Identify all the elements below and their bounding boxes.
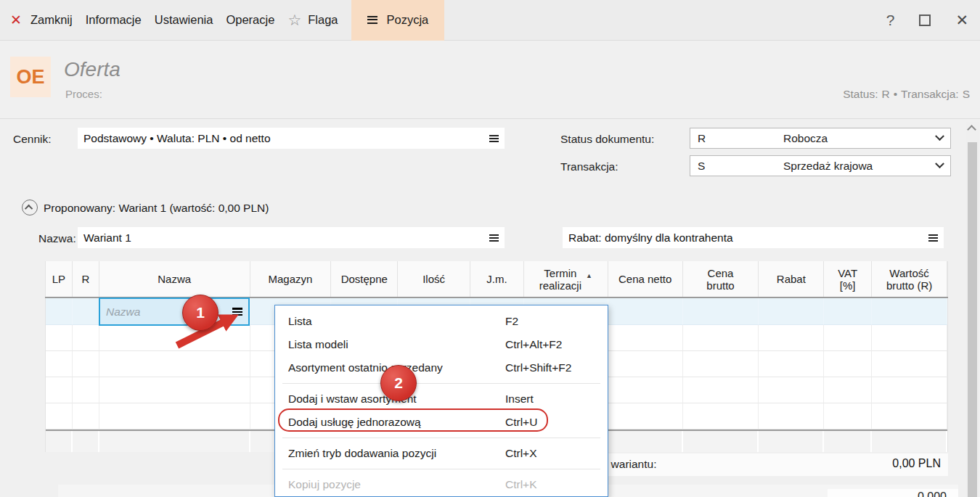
table-cell[interactable] — [608, 377, 683, 403]
menubar-item-operacje[interactable]: Operacje — [226, 0, 274, 41]
menu-lines-icon — [367, 16, 377, 24]
vertical-scrollbar[interactable] — [966, 122, 979, 497]
scrollbar-up-icon[interactable] — [967, 125, 976, 134]
table-cell[interactable] — [824, 377, 872, 403]
column-header[interactable]: Cena brutto — [683, 261, 759, 297]
menubar-item-flaga[interactable]: ☆ Flaga — [287, 0, 338, 41]
table-cell[interactable] — [683, 325, 759, 351]
column-header[interactable]: Dostępne — [331, 261, 398, 297]
table-cell[interactable] — [759, 377, 824, 403]
table-cell[interactable] — [46, 297, 73, 325]
table-cell[interactable] — [73, 325, 99, 351]
table-cell[interactable] — [872, 325, 947, 351]
chevron-down-icon — [935, 131, 944, 141]
menubar-item-label: Zamknij — [30, 13, 73, 27]
table-cell[interactable] — [824, 325, 872, 351]
transakcja-name: Sprzedaż krajowa — [783, 160, 873, 173]
table-cell[interactable] — [73, 297, 99, 325]
column-header[interactable]: Nazwa — [99, 261, 250, 297]
menu-separator — [282, 383, 600, 384]
table-cell[interactable] — [99, 377, 250, 403]
table-cell[interactable] — [99, 351, 250, 377]
menu-item-lista-modeli[interactable]: Lista modeliCtrl+Alt+F2 — [275, 333, 608, 356]
menu-item-shortcut: Insert — [505, 393, 534, 406]
column-header[interactable]: Cena netto — [608, 261, 683, 297]
table-cell[interactable] — [683, 403, 759, 430]
table-cell[interactable] — [759, 403, 824, 430]
table-cell[interactable] — [824, 297, 872, 325]
status-line: Status:R•Transakcja:S — [839, 88, 970, 101]
header-divider — [0, 118, 980, 119]
column-header[interactable]: Wartość brutto (R) — [872, 261, 947, 297]
star-icon: ☆ — [287, 12, 301, 29]
table-cell[interactable] — [824, 403, 872, 430]
table-cell[interactable] — [608, 403, 683, 430]
menubar-item-ustawienia[interactable]: Ustawienia — [155, 0, 213, 41]
table-cell[interactable] — [46, 377, 73, 403]
table-cell[interactable] — [46, 403, 73, 430]
column-header[interactable]: R — [73, 261, 99, 297]
menubar-item-label: Pozycja — [387, 13, 429, 27]
column-header[interactable]: J.m. — [470, 261, 524, 297]
column-header[interactable]: Ilość — [398, 261, 470, 297]
summary-cell — [46, 431, 73, 452]
table-cell[interactable] — [683, 377, 759, 403]
table-cell[interactable] — [46, 325, 73, 351]
table-cell[interactable] — [608, 351, 683, 377]
help-icon[interactable]: ? — [886, 12, 895, 29]
collapse-section-button[interactable] — [22, 200, 38, 215]
bottom-partial-value: 0,000 — [918, 490, 947, 497]
menu-item-lista[interactable]: ListaF2 — [275, 310, 608, 333]
window-close-icon[interactable]: ✕ — [955, 12, 968, 29]
table-cell[interactable] — [608, 297, 683, 325]
field-menu-icon[interactable] — [928, 234, 938, 242]
table-cell[interactable] — [73, 403, 99, 430]
table-cell[interactable] — [759, 351, 824, 377]
table-cell[interactable] — [73, 351, 99, 377]
column-header[interactable]: LP — [46, 261, 73, 297]
field-menu-icon[interactable] — [489, 135, 499, 142]
column-header[interactable]: Rabat — [759, 261, 824, 297]
table-cell[interactable] — [46, 351, 73, 377]
menubar-item-informacje[interactable]: Informacje — [86, 0, 142, 41]
sort-asc-icon: ▲ — [586, 272, 592, 279]
table-cell[interactable] — [872, 377, 947, 403]
menu-item-zmień-tryb-dodawania-pozycji[interactable]: Zmień tryb dodawania pozycjiCtrl+X — [275, 442, 608, 465]
transakcja-select[interactable]: S Sprzedaż krajowa — [690, 155, 951, 176]
table-cell[interactable] — [759, 325, 824, 351]
page-title: Oferta — [64, 58, 121, 81]
column-header[interactable]: Magazyn — [250, 261, 332, 297]
column-header[interactable]: Termin realizacji▲ — [524, 261, 608, 297]
variant-name-value: Wariant 1 — [83, 231, 131, 245]
table-cell[interactable] — [759, 297, 824, 325]
table-cell[interactable] — [683, 297, 759, 325]
transakcja-label: Transakcja: — [560, 160, 618, 173]
scrollbar-thumb[interactable] — [968, 142, 977, 497]
cennik-field[interactable]: Podstawowy • Waluta: PLN • od netto — [78, 128, 505, 149]
table-cell[interactable] — [73, 377, 99, 403]
status-dokumentu-select[interactable]: R Robocza — [690, 128, 951, 149]
menu-item-shortcut: F2 — [505, 315, 518, 328]
summary-cell — [824, 431, 872, 452]
table-cell[interactable] — [872, 297, 947, 325]
menubar-item-label: Flaga — [308, 13, 338, 27]
menu-item-asortyment-ostatnio-sprzedany[interactable]: Asortyment ostatnio sprzedanyCtrl+Shift+… — [275, 356, 608, 379]
nazwa-cell-placeholder: Nazwa — [106, 305, 140, 319]
maximize-icon[interactable] — [919, 15, 931, 26]
table-cell[interactable] — [824, 351, 872, 377]
menubar-item-zamknij[interactable]: ✕ Zamknij — [10, 0, 73, 41]
column-header[interactable]: VAT [%] — [824, 261, 872, 297]
variant-name-field[interactable]: Wariant 1 — [78, 227, 505, 248]
field-menu-icon[interactable] — [489, 234, 499, 242]
rabat-field[interactable]: Rabat: domyślny dla kontrahenta — [563, 227, 944, 248]
menu-item-dodaj-i-wstaw-asortyment[interactable]: Dodaj i wstaw asortymentInsert — [275, 387, 608, 411]
menubar-item-pozycja[interactable]: Pozycja — [351, 0, 445, 41]
table-cell[interactable] — [872, 403, 947, 430]
table-cell[interactable] — [872, 351, 947, 377]
step-2-badge: 2 — [380, 365, 417, 401]
table-cell[interactable] — [608, 325, 683, 351]
menu-item-label: Kopiuj pozycje — [288, 478, 361, 491]
table-cell[interactable] — [99, 403, 250, 430]
table-cell[interactable] — [683, 351, 759, 377]
menu-item-shortcut: Ctrl+Shift+F2 — [505, 361, 571, 374]
